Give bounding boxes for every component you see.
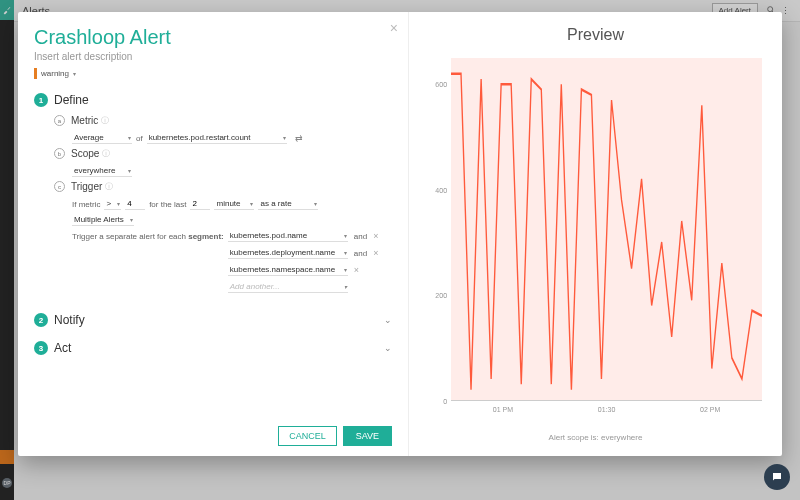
- bullet-a: a: [54, 115, 65, 126]
- segment-row: kubernetes.deployment.name and ×: [228, 247, 379, 259]
- info-icon[interactable]: ⓘ: [101, 115, 109, 126]
- chat-icon: [771, 471, 783, 483]
- chevron-down-icon: ⌄: [384, 343, 392, 353]
- segment-select-2[interactable]: kubernetes.namespace.name: [228, 264, 348, 276]
- section-notify: 2 Notify ⌄: [34, 313, 392, 327]
- section-define-header[interactable]: 1 Define: [34, 93, 392, 107]
- scope-label: Scope: [71, 148, 99, 159]
- info-icon[interactable]: ⓘ: [105, 181, 113, 192]
- bullet-b: b: [54, 148, 65, 159]
- and-label: and: [354, 232, 367, 241]
- section-notify-header[interactable]: 2 Notify ⌄: [34, 313, 392, 327]
- y-tick: 600: [425, 81, 447, 88]
- metric-row: Average of kubernetes.pod.restart.count …: [72, 132, 392, 144]
- chevron-down-icon: ▾: [73, 70, 76, 77]
- scope-row: everywhere: [72, 165, 392, 177]
- step-number-1: 1: [34, 93, 48, 107]
- save-button[interactable]: SAVE: [343, 426, 392, 446]
- scope-select[interactable]: everywhere: [72, 165, 132, 177]
- modal-left-pane: × Crashloop Alert Insert alert descripti…: [18, 12, 408, 456]
- metric-name-select[interactable]: kubernetes.pod.restart.count: [147, 132, 287, 144]
- metric-header: a Metric ⓘ: [54, 115, 392, 126]
- y-tick: 200: [425, 292, 447, 299]
- scope-note: Alert scope is: everywhere: [425, 433, 766, 442]
- segment-text: Trigger a separate alert for each segmen…: [72, 232, 224, 241]
- alert-title: Crashloop Alert: [34, 26, 392, 49]
- multi-alerts-row: Multiple Alerts: [72, 214, 392, 226]
- duration-unit-select[interactable]: minute: [214, 198, 254, 210]
- modal-right-pane: Preview 0200400600 01 PM01:3002 PM Alert…: [408, 12, 782, 456]
- and-label: and: [354, 249, 367, 258]
- segment-select-1[interactable]: kubernetes.deployment.name: [228, 247, 348, 259]
- section-notify-title: Notify: [54, 313, 384, 327]
- chart-plot-area: [451, 58, 762, 401]
- for-last-label: for the last: [149, 200, 186, 209]
- severity-selector[interactable]: warning ▾: [34, 68, 392, 79]
- rate-select[interactable]: as a rate: [258, 198, 318, 210]
- segment-select-0[interactable]: kubernetes.pod.name: [228, 230, 348, 242]
- y-tick: 400: [425, 186, 447, 193]
- section-act: 3 Act ⌄: [34, 341, 392, 355]
- x-tick: 02 PM: [700, 406, 720, 413]
- add-segment-select[interactable]: Add another...: [228, 281, 348, 293]
- multiple-alerts-select[interactable]: Multiple Alerts: [72, 214, 134, 226]
- bullet-c: c: [54, 181, 65, 192]
- trigger-label: Trigger: [71, 181, 102, 192]
- step-number-3: 3: [34, 341, 48, 355]
- close-icon[interactable]: ×: [390, 20, 398, 36]
- segment-row: kubernetes.namespace.name ×: [228, 264, 379, 276]
- preview-chart: 0200400600 01 PM01:3002 PM: [425, 54, 766, 427]
- section-act-header[interactable]: 3 Act ⌄: [34, 341, 392, 355]
- severity-label: warning: [41, 69, 69, 78]
- cancel-button[interactable]: CANCEL: [278, 426, 337, 446]
- remove-segment-icon[interactable]: ×: [373, 231, 378, 241]
- step-number-2: 2: [34, 313, 48, 327]
- remove-segment-icon[interactable]: ×: [373, 248, 378, 258]
- if-metric-label: If metric: [72, 200, 100, 209]
- chart-line: [451, 58, 762, 400]
- duration-value-input[interactable]: [190, 198, 210, 210]
- trigger-header: c Trigger ⓘ: [54, 181, 392, 192]
- operator-select[interactable]: >: [104, 198, 121, 210]
- scope-header: b Scope ⓘ: [54, 148, 392, 159]
- section-define-title: Define: [54, 93, 392, 107]
- segment-add-row: Add another...: [228, 281, 379, 293]
- alert-modal: × Crashloop Alert Insert alert descripti…: [18, 12, 782, 456]
- section-act-title: Act: [54, 341, 384, 355]
- threshold-input[interactable]: [125, 198, 145, 210]
- aggregation-select[interactable]: Average: [72, 132, 132, 144]
- trigger-condition-row: If metric > for the last minute as a rat…: [72, 198, 392, 210]
- alert-description-placeholder[interactable]: Insert alert description: [34, 51, 392, 62]
- chevron-down-icon: ⌄: [384, 315, 392, 325]
- x-tick: 01 PM: [493, 406, 513, 413]
- help-chat-button[interactable]: [764, 464, 790, 490]
- segment-rows: Trigger a separate alert for each segmen…: [72, 230, 392, 295]
- info-icon[interactable]: ⓘ: [102, 148, 110, 159]
- metric-label: Metric: [71, 115, 98, 126]
- segment-row: kubernetes.pod.name and ×: [228, 230, 379, 242]
- of-label: of: [136, 134, 143, 143]
- preview-title: Preview: [425, 26, 766, 44]
- remove-segment-icon[interactable]: ×: [354, 265, 359, 275]
- modal-footer: CANCEL SAVE: [34, 416, 392, 446]
- x-tick: 01:30: [598, 406, 616, 413]
- section-define: 1 Define a Metric ⓘ Average of kubernete…: [34, 93, 392, 299]
- metric-settings-icon[interactable]: ⇄: [295, 133, 303, 143]
- y-tick: 0: [425, 398, 447, 405]
